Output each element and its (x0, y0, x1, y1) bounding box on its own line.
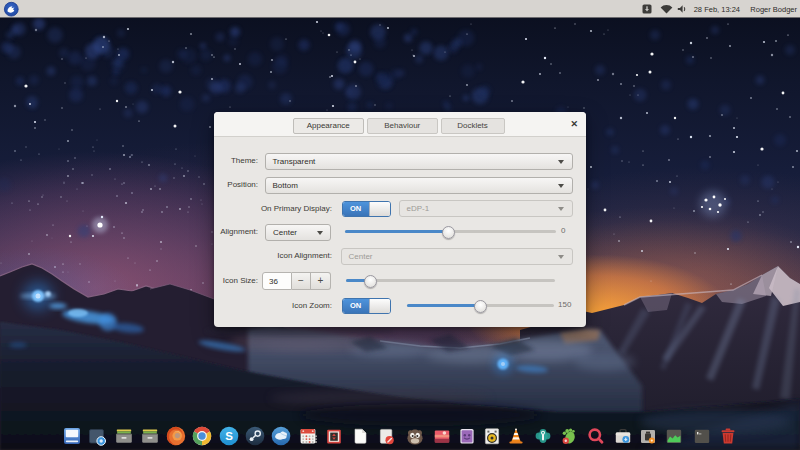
svg-text:S: S (225, 430, 233, 442)
